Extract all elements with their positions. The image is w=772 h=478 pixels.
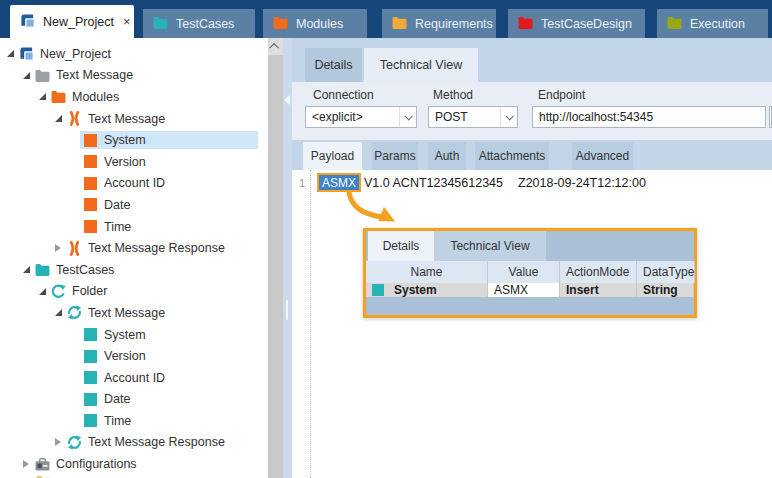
tree-item-system[interactable]: System [0, 324, 268, 346]
tree-item-configurations[interactable]: Configurations [0, 453, 268, 475]
folder-icon [273, 16, 288, 32]
close-icon[interactable]: × [122, 15, 132, 28]
square-teal-icon [82, 391, 98, 407]
expanded-twistie-icon[interactable] [20, 266, 32, 273]
splitter-grip[interactable] [286, 300, 288, 320]
folder-icon [392, 16, 407, 32]
tree-item-time[interactable]: Time [0, 410, 268, 432]
tree-item-text-message-response[interactable]: Text Message Response [0, 432, 268, 454]
chevron-down-icon[interactable] [399, 107, 416, 127]
tree-item-version[interactable]: Version [0, 345, 268, 367]
window-tab-testcasedesign[interactable]: TestCaseDesign [508, 9, 645, 38]
tree-item-text-message[interactable]: Text Message [0, 65, 268, 87]
tree-item-system[interactable]: System [0, 129, 268, 151]
chevron-up-icon [269, 43, 279, 53]
payload-line[interactable]: ASMX V1.0 ACNT12345612345 Z2018-09-24T12… [317, 173, 646, 192]
payload-text-segment: V1.0 ACNT12345612345 [364, 176, 503, 190]
window-tab-label: Modules [296, 17, 343, 31]
expanded-twistie-icon[interactable] [4, 50, 16, 57]
square-orange-icon [82, 197, 98, 213]
tab-details[interactable]: Details [305, 48, 362, 82]
tree-item-label: Date [104, 392, 130, 406]
module-orange-icon [66, 240, 82, 256]
folder-icon [518, 16, 533, 32]
cell-value[interactable]: ASMX [488, 283, 560, 297]
expanded-twistie-icon[interactable] [36, 93, 48, 100]
expanded-twistie-icon[interactable] [52, 115, 64, 122]
window-tab-new-project[interactable]: New_Project× [10, 5, 134, 38]
project-tree: New_ProjectText MessageModulesText Messa… [0, 38, 268, 478]
collapsed-twistie-icon[interactable] [52, 438, 64, 446]
tree-item-label: New_Project [40, 47, 111, 61]
tab-advanced[interactable]: Advanced [572, 142, 633, 170]
endpoint-input[interactable]: http://localhost:54345 [532, 106, 766, 128]
column-header-name[interactable]: Name [366, 261, 488, 283]
tree-item-date[interactable]: Date [0, 194, 268, 216]
folder-icon [153, 16, 168, 32]
tree-item-text-message[interactable]: Text Message [0, 302, 268, 324]
project-icon [20, 13, 35, 31]
chevron-down-icon[interactable] [500, 107, 517, 127]
tab-technical-view[interactable]: Technical View [364, 48, 478, 82]
window-tab-label: TestCaseDesign [541, 17, 632, 31]
refresh-teal-icon [50, 283, 66, 299]
expanded-twistie-icon[interactable] [36, 288, 48, 295]
method-value: POST [435, 110, 468, 124]
cell-action-mode[interactable]: Insert [560, 283, 637, 297]
tree-item-folder[interactable]: Folder [0, 281, 268, 303]
tree-item-text-message-response[interactable]: Text Message Response [0, 237, 268, 259]
collapsed-twistie-icon[interactable] [20, 460, 32, 468]
folder-teal-icon [34, 262, 50, 278]
window-tab-requirements[interactable]: Requirements [382, 9, 496, 38]
tab-payload[interactable]: Payload [303, 142, 362, 170]
cell-data-type[interactable]: String [637, 283, 694, 297]
tab-attachments[interactable]: Attachments [475, 142, 549, 170]
square-teal-icon [82, 413, 98, 429]
tree-item-testcases[interactable]: TestCases [0, 259, 268, 281]
tree-item-account-id[interactable]: Account ID [0, 173, 268, 195]
connection-select[interactable]: <explicit> [305, 106, 417, 128]
popup-tab-details[interactable]: Details [368, 231, 434, 261]
window-tab-label: Execution [690, 17, 745, 31]
tree-item-label: Folder [72, 284, 107, 298]
folder-orange-icon [50, 89, 66, 105]
column-header-datatype[interactable]: DataType [637, 261, 695, 283]
tree-item-label: Version [104, 155, 146, 169]
window-tab-label: TestCases [176, 17, 234, 31]
expanded-twistie-icon[interactable] [20, 72, 32, 79]
column-header-actionmode[interactable]: ActionMode [560, 261, 637, 283]
sync-teal-icon [66, 434, 82, 450]
column-header-value[interactable]: Value [488, 261, 560, 283]
tree-item-date[interactable]: Date [0, 389, 268, 411]
table-row[interactable]: SystemASMXInsertString [366, 283, 694, 297]
tree-partial-item [36, 474, 51, 478]
window-tab-modules[interactable]: Modules [263, 9, 367, 38]
method-select[interactable]: POST [428, 106, 518, 128]
tree-item-modules[interactable]: Modules [0, 86, 268, 108]
tree-item-label: TestCases [56, 263, 114, 277]
tab-auth[interactable]: Auth [428, 142, 466, 170]
tree-item-label: Time [104, 414, 131, 428]
panel-splitter[interactable] [283, 38, 292, 478]
tree-item-version[interactable]: Version [0, 151, 268, 173]
tree-item-new-project[interactable]: New_Project [0, 43, 268, 65]
popup-tab-technical-view[interactable]: Technical View [434, 231, 546, 261]
tree-item-account-id[interactable]: Account ID [0, 367, 268, 389]
collapse-panel-icon[interactable] [284, 95, 290, 105]
payload-editor[interactable]: 1 ASMX V1.0 ACNT12345612345 Z2018-09-24T… [292, 170, 772, 478]
square-orange-icon [82, 132, 98, 148]
tab-params[interactable]: Params [372, 142, 418, 170]
application-window: New_Project×TestCasesModulesRequirements… [0, 0, 772, 478]
tree-item-label: Date [104, 198, 130, 212]
expanded-twistie-icon[interactable] [52, 309, 64, 316]
tree-scrollbar[interactable] [268, 38, 283, 478]
tree-item-text-message[interactable]: Text Message [0, 108, 268, 130]
scroll-up-button[interactable] [268, 38, 283, 55]
window-tab-testcases[interactable]: TestCases [143, 9, 255, 38]
highlighted-token[interactable]: ASMX [317, 173, 361, 192]
tree-item-label: Text Message Response [88, 241, 225, 255]
tree-item-time[interactable]: Time [0, 216, 268, 238]
payload-text-segment: Z2018-09-24T12:12:00 [518, 176, 646, 190]
window-tab-execution[interactable]: Execution [657, 9, 768, 38]
collapsed-twistie-icon[interactable] [52, 244, 64, 252]
